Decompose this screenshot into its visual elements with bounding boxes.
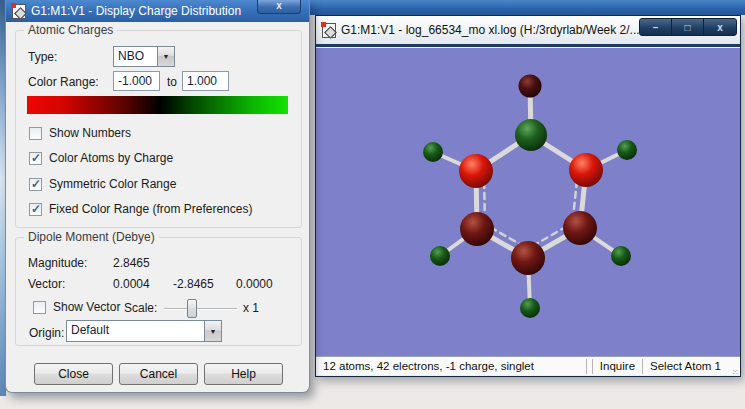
origin-dropdown[interactable]: Default ▼ [66,320,222,342]
scale-slider-thumb[interactable] [187,299,197,318]
atom-carbon-maroon[interactable] [460,212,494,246]
atom-hydrogen-green[interactable] [430,246,450,266]
charge-type-dropdown[interactable]: NBO ▼ [113,46,175,67]
fixed-range-checkbox[interactable] [29,203,42,216]
inquire-mode-indicator: Inquire [592,359,642,374]
charge-distribution-dialog: G1:M1:V1 - Display Charge Distribution x… [5,0,310,393]
atom-oxygen-dark[interactable] [519,75,542,98]
show-vector-checkbox[interactable] [33,301,46,314]
atom-hydrogen-green[interactable] [423,142,443,162]
dialog-title: G1:M1:V1 - Display Charge Distribution [31,4,241,18]
show-numbers-row: Show Numbers [29,126,131,140]
dipole-moment-group-label: Dipole Moment (Debye) [24,230,159,244]
close-button[interactable]: x [704,19,736,35]
show-vector-row: Show Vector [33,300,120,314]
show-numbers-label: Show Numbers [49,126,131,140]
scale-slider-groove[interactable] [164,308,237,310]
maximize-button[interactable]: □ [672,19,704,35]
origin-label: Origin: [29,326,64,340]
molecule-summary-text: 12 atoms, 42 electrons, -1 charge, singl… [323,360,586,372]
symmetric-range-checkbox[interactable] [29,178,42,191]
symmetric-range-label: Symmetric Color Range [49,177,176,191]
color-range-label: Color Range: [28,75,99,89]
charge-type-value: NBO [114,47,157,66]
atom-carbon-maroon[interactable] [511,241,545,275]
window-caption-buttons: – □ x [639,18,737,36]
color-range-max-input[interactable]: 1.000 [182,71,229,91]
charge-color-gradient-bar [27,96,288,114]
molecule-statusbar: 12 atoms, 42 electrons, -1 charge, singl… [316,356,740,375]
gaussview-document-icon [322,23,336,38]
color-atoms-row: Color Atoms by Charge [29,151,173,165]
vector-label: Vector: [28,277,65,291]
gaussview-document-icon [12,4,26,19]
dialog-close-button[interactable]: x [257,0,301,14]
atom-carbon-red[interactable] [569,153,603,187]
atomic-charges-group-label: Atomic Charges [24,23,117,37]
molecule-viewport[interactable] [316,48,740,356]
molecule-window-titlebar: G1:M1:V1 - log_66534_mo xl.log (H:/3rdyr… [316,16,740,44]
select-atom-indicator: Select Atom 1 [642,359,728,374]
molecule-window-title: G1:M1:V1 - log_66534_mo xl.log (H:/3rdyr… [341,23,640,37]
origin-value: Default [67,321,204,341]
magnitude-value: 2.8465 [113,256,150,270]
symmetric-range-row: Symmetric Color Range [29,177,176,191]
color-range-to-label: to [167,75,177,89]
type-label: Type: [28,50,57,64]
color-atoms-checkbox[interactable] [29,152,42,165]
atom-carbon-green[interactable] [515,119,547,151]
atom-hydrogen-green[interactable] [611,246,631,266]
fixed-range-row: Fixed Color Range (from Preferences) [29,202,252,216]
minimize-button[interactable]: – [640,19,672,35]
color-atoms-label: Color Atoms by Charge [49,151,173,165]
vector-y-value: -2.8465 [173,277,214,291]
vector-z-value: 0.0000 [236,277,273,291]
show-vector-label: Show Vector [53,300,120,314]
show-numbers-checkbox[interactable] [29,127,42,140]
atom-hydrogen-green[interactable] [617,140,637,160]
atom-hydrogen-green[interactable] [520,298,540,318]
fixed-range-label: Fixed Color Range (from Preferences) [49,202,252,216]
help-button[interactable]: Help [204,363,283,385]
atom-carbon-maroon[interactable] [563,211,597,245]
cancel-button[interactable]: Cancel [119,363,198,385]
scale-value: x 1 [243,301,259,315]
close-dialog-button[interactable]: Close [34,363,113,385]
magnitude-label: Magnitude: [28,256,87,270]
vector-x-value: 0.0004 [113,277,150,291]
resize-grip[interactable] [728,359,740,374]
scale-label: Scale: [124,301,157,315]
color-range-min-input[interactable]: -1.000 [113,71,160,91]
atom-carbon-red[interactable] [459,154,493,188]
molecule-drawing [316,48,740,356]
dropdown-arrow-icon[interactable]: ▼ [157,47,174,66]
molecule-view-window: G1:M1:V1 - log_66534_mo xl.log (H:/3rdyr… [315,15,741,377]
dropdown-arrow-icon[interactable]: ▼ [204,321,221,341]
